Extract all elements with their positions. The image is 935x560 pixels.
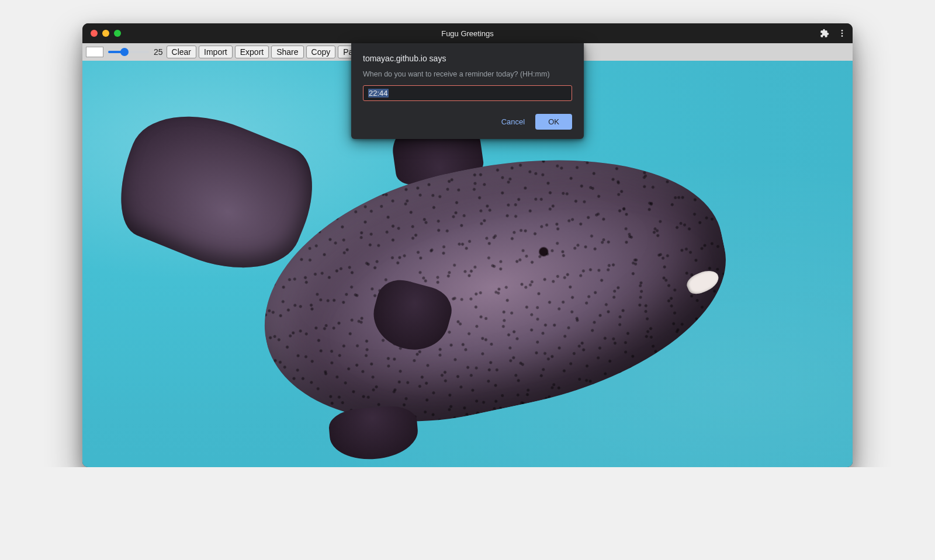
maximize-window-button[interactable] bbox=[114, 30, 121, 37]
clear-button[interactable]: Clear bbox=[167, 46, 196, 58]
svg-point-1 bbox=[842, 33, 843, 34]
cancel-button[interactable]: Cancel bbox=[497, 114, 529, 130]
copy-button[interactable]: Copy bbox=[306, 46, 336, 58]
prompt-dialog: tomayac.github.io says When do you want … bbox=[351, 43, 584, 139]
dialog-text-input[interactable]: 22:44 bbox=[363, 85, 572, 101]
ok-button[interactable]: OK bbox=[535, 114, 572, 130]
svg-point-2 bbox=[842, 35, 843, 37]
dialog-input-value: 22:44 bbox=[368, 89, 389, 98]
import-button[interactable]: Import bbox=[199, 46, 233, 58]
app-window: Fugu Greetings 25 Clear Import Export Sh… bbox=[82, 23, 853, 467]
dialog-message: When do you want to receive a reminder t… bbox=[363, 70, 572, 78]
fugu-fish-image bbox=[121, 93, 753, 459]
brush-size-slider[interactable] bbox=[108, 51, 149, 53]
brush-size-value: 25 bbox=[154, 47, 163, 57]
share-button[interactable]: Share bbox=[271, 46, 303, 58]
kebab-menu-icon[interactable] bbox=[837, 29, 847, 38]
slider-thumb[interactable] bbox=[120, 48, 129, 56]
svg-point-0 bbox=[842, 30, 843, 32]
export-button[interactable]: Export bbox=[235, 46, 269, 58]
dialog-actions: Cancel OK bbox=[363, 114, 572, 130]
minimize-window-button[interactable] bbox=[102, 30, 109, 37]
close-window-button[interactable] bbox=[91, 30, 98, 37]
extensions-icon[interactable] bbox=[820, 29, 829, 38]
titlebar: Fugu Greetings bbox=[82, 23, 853, 43]
dialog-origin: tomayac.github.io says bbox=[363, 54, 572, 63]
window-controls bbox=[91, 30, 121, 37]
color-swatch[interactable] bbox=[86, 47, 103, 57]
window-title: Fugu Greetings bbox=[82, 29, 853, 38]
